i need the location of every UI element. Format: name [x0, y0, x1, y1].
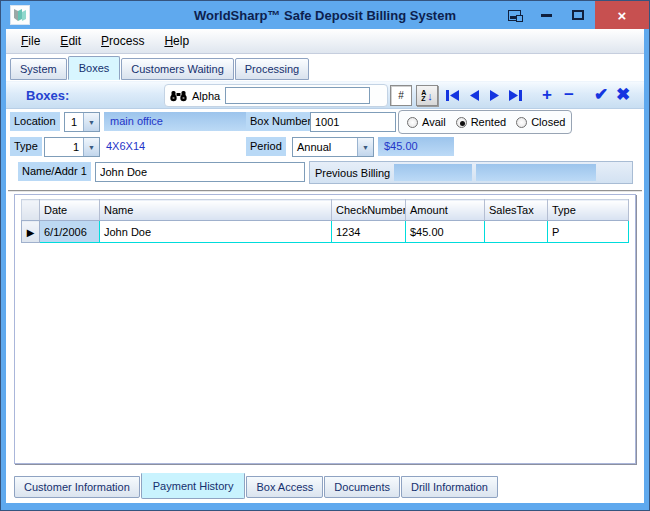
tab-box-access[interactable]: Box Access: [246, 476, 323, 498]
top-tab-strip: System Boxes Customers Waiting Processin…: [10, 56, 310, 80]
window-menu-button[interactable]: [497, 1, 531, 29]
type-select[interactable]: 1 ▼: [44, 137, 100, 157]
previous-billing-field-2: [476, 164, 596, 181]
maximize-icon: [572, 10, 584, 20]
box-detail-form: Location 1 ▼ main office Box Number Avai…: [6, 109, 644, 189]
menu-item-help[interactable]: Help: [155, 30, 198, 52]
tab-customer-information[interactable]: Customer Information: [14, 476, 140, 498]
radio-rented[interactable]: Rented: [456, 116, 506, 128]
last-record-icon: [508, 89, 523, 102]
tab-documents[interactable]: Documents: [324, 476, 400, 498]
radio-avail[interactable]: Avail: [407, 116, 446, 128]
next-record-button[interactable]: [484, 86, 505, 104]
previous-record-button[interactable]: [463, 86, 484, 104]
period-select[interactable]: Annual ▼: [292, 137, 374, 157]
box-number-label: Box Number: [246, 112, 315, 131]
binoculars-icon: [170, 89, 187, 102]
period-value: Annual: [293, 141, 357, 153]
radio-closed-icon: [516, 117, 527, 128]
minus-icon: −: [564, 85, 574, 104]
menu-item-process[interactable]: Process: [92, 30, 153, 52]
box-number-input[interactable]: [310, 112, 396, 132]
next-record-icon: [489, 89, 501, 102]
grid-header-type[interactable]: Type: [548, 200, 629, 221]
chevron-down-icon: ▼: [357, 138, 373, 156]
maximize-button[interactable]: [561, 1, 595, 29]
row-selector[interactable]: ▶: [22, 221, 40, 243]
close-button[interactable]: ×: [595, 1, 649, 29]
payment-grid-panel: Date Name CheckNumber Amount SalesTax Ty…: [14, 194, 636, 464]
grid-header-salestax[interactable]: SalesTax: [485, 200, 548, 221]
post-edit-button[interactable]: ✔: [590, 86, 612, 104]
minimize-icon: [541, 14, 552, 17]
sort-az-icon: AZ ↓: [421, 90, 433, 102]
sort-button[interactable]: AZ ↓: [416, 85, 438, 106]
record-navigator: + − ✔ ✖: [442, 86, 634, 104]
title-bar: WorldSharp™ Safe Deposit Billing System …: [6, 1, 644, 29]
period-label: Period: [246, 137, 286, 156]
type-description: 4X6X14: [106, 137, 145, 155]
chevron-down-icon: ▼: [83, 113, 99, 131]
grid-cell-salestax[interactable]: [485, 221, 548, 243]
worldsharp-logo-icon: [13, 8, 27, 22]
grid-cell-checknumber[interactable]: 1234: [332, 221, 406, 243]
radio-closed[interactable]: Closed: [516, 116, 565, 128]
app-icon: [10, 5, 30, 25]
grid-header-checknumber[interactable]: CheckNumber: [332, 200, 406, 221]
previous-billing-panel: Previous Billing: [309, 161, 633, 184]
first-record-icon: [445, 89, 460, 102]
find-panel: Alpha: [164, 84, 388, 107]
grid-cell-type[interactable]: P: [548, 221, 629, 243]
grid-cell-name[interactable]: John Doe: [100, 221, 332, 243]
delete-record-button[interactable]: −: [558, 86, 580, 104]
tab-processing[interactable]: Processing: [235, 58, 309, 80]
location-label: Location: [10, 112, 60, 131]
tab-boxes[interactable]: Boxes: [68, 56, 121, 80]
grid-header-date[interactable]: Date: [40, 200, 100, 221]
main-content: System Boxes Customers Waiting Processin…: [6, 54, 644, 503]
cross-icon: ✖: [616, 85, 630, 104]
location-description: main office: [104, 112, 246, 131]
page-title: Boxes:: [26, 88, 69, 103]
menu-item-file[interactable]: File: [12, 30, 49, 52]
last-record-button[interactable]: [505, 86, 526, 104]
type-value: 1: [45, 141, 83, 153]
window-controls: ×: [497, 1, 649, 29]
previous-billing-field-1: [394, 164, 472, 181]
check-icon: ✔: [594, 85, 608, 104]
name-addr-input[interactable]: [95, 162, 305, 182]
cancel-edit-button[interactable]: ✖: [612, 86, 634, 104]
location-value: 1: [65, 116, 83, 128]
bottom-tab-strip: Customer Information Payment History Box…: [14, 476, 499, 499]
grid-header-name[interactable]: Name: [100, 200, 332, 221]
table-row[interactable]: ▶ 6/1/2006 John Doe 1234 $45.00 P: [22, 221, 629, 243]
alpha-search-input[interactable]: [225, 87, 370, 104]
previous-billing-label: Previous Billing: [315, 167, 390, 179]
grid-header-selector: [22, 200, 40, 221]
alpha-label: Alpha: [192, 90, 220, 102]
menu-item-edit[interactable]: Edit: [51, 30, 90, 52]
tab-drill-information[interactable]: Drill Information: [401, 476, 498, 498]
location-select[interactable]: 1 ▼: [64, 112, 100, 132]
tab-system[interactable]: System: [10, 58, 67, 80]
current-row-icon: ▶: [27, 227, 35, 238]
grid-cell-date[interactable]: 6/1/2006: [40, 221, 100, 243]
grid-header-amount[interactable]: Amount: [406, 200, 485, 221]
first-record-button[interactable]: [442, 86, 463, 104]
type-label: Type: [10, 137, 42, 156]
plus-icon: +: [542, 85, 552, 104]
minimize-button[interactable]: [531, 1, 561, 29]
payment-history-grid: Date Name CheckNumber Amount SalesTax Ty…: [21, 199, 629, 243]
number-search-button[interactable]: #: [390, 85, 412, 106]
boxes-toolbar: Boxes: Alpha # AZ: [6, 81, 644, 109]
menu-bar: File Edit Process Help: [6, 29, 644, 54]
previous-record-icon: [468, 89, 480, 102]
grid-cell-amount[interactable]: $45.00: [406, 221, 485, 243]
app-window: WorldSharp™ Safe Deposit Billing System …: [0, 0, 650, 511]
tab-customers-waiting[interactable]: Customers Waiting: [121, 58, 234, 80]
radio-rented-icon: [456, 117, 467, 128]
tab-payment-history[interactable]: Payment History: [141, 473, 246, 499]
payment-grid-container: Date Name CheckNumber Amount SalesTax Ty…: [8, 190, 642, 470]
add-record-button[interactable]: +: [536, 86, 558, 104]
window-menu-icon: [508, 10, 521, 21]
